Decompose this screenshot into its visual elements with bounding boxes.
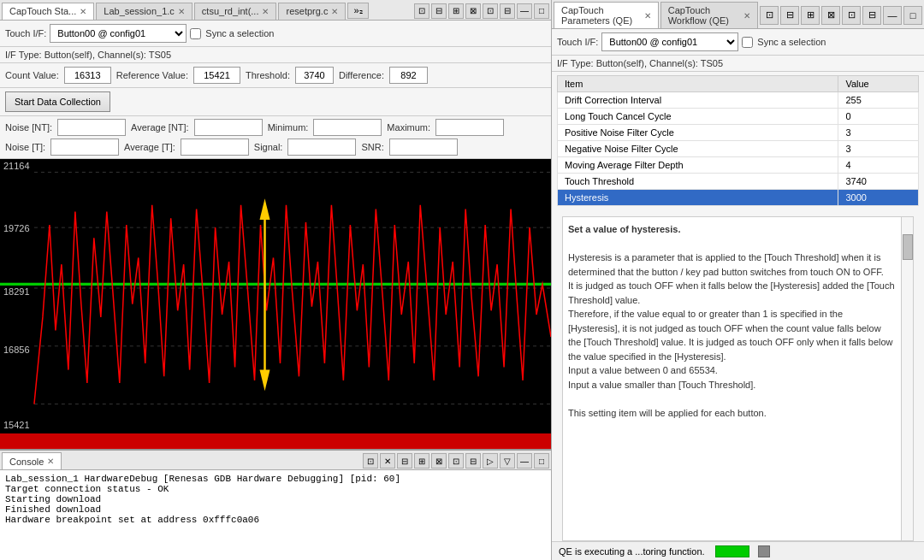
right-sync-checkbox[interactable] [742,37,753,48]
right-tab-btn4[interactable]: ⊠ [821,6,840,25]
count-label: Count Value: [5,70,59,80]
table-row[interactable]: Hysteresis3000 [558,190,919,206]
console-line-2: Starting download [5,494,546,504]
table-cell-item: Hysteresis [558,190,838,206]
left-toolbar-btn5[interactable]: ⊡ [483,3,498,19]
right-tab-btn6[interactable]: ⊟ [862,6,881,25]
col-value: Value [838,76,919,92]
avg-nt-input[interactable] [194,119,263,136]
button-row: Start Data Collection [0,88,551,116]
console-btn3[interactable]: ⊟ [397,453,412,469]
console-btn5[interactable]: ⊠ [431,453,447,469]
right-if-type-text: I/F Type: Button(self), Channel(s): TS05 [557,58,723,68]
description-wrapper: Set a value of hysteresis. Hysteresis is… [557,211,919,536]
ref-value-input[interactable] [193,67,240,84]
description-scrollbar[interactable] [901,217,913,540]
difference-value-input[interactable] [389,67,428,84]
table-row[interactable]: Moving Average Filter Depth4 [558,157,919,174]
scrollbar-thumb[interactable] [903,234,913,260]
console-minimize[interactable]: — [517,453,532,469]
avg-t-label: Average [T]: [124,142,175,152]
right-tab-btn2[interactable]: ⊟ [780,6,799,25]
noise-t-input[interactable] [50,139,119,156]
minimize-btn[interactable]: — [517,3,532,19]
noise-nt-label: Noise [NT]: [5,122,52,133]
tab-captouch-workflow[interactable]: CapTouch Workflow (QE) ✕ [660,2,758,28]
left-toolbar-btn2[interactable]: ⊟ [431,3,447,19]
console-btn4[interactable]: ⊞ [414,453,429,469]
tab-captouch-params-close[interactable]: ✕ [644,11,651,21]
console-btn8[interactable]: ▷ [483,453,498,469]
console-btn7[interactable]: ⊟ [465,453,481,469]
y-label-19726: 19726 [3,223,30,233]
right-content: Touch I/F: Button00 @ config01 Sync a se… [552,29,924,560]
table-row[interactable]: Touch Threshold3740 [558,174,919,190]
count-value-input[interactable] [64,67,111,84]
chart-red-bar [0,433,551,449]
y-label-15421: 15421 [3,420,30,430]
snr-label: SNR: [361,142,383,152]
description-area: Set a value of hysteresis. Hysteresis is… [562,216,914,541]
avg-t-input[interactable] [181,139,249,156]
noise-nt-input[interactable] [57,119,126,136]
tab-resetprg-label: resetprg.c [286,6,328,16]
table-row[interactable]: Long Touch Cancel Cycle0 [558,109,919,125]
tab-captouch-params-label: CapTouch Parameters (QE) [561,5,641,26]
maximize-btn[interactable]: □ [534,3,549,19]
max-input[interactable] [435,119,504,136]
table-cell-item: Touch Threshold [558,174,838,190]
main-container: CapTouch Sta... ✕ Lab_session_1.c ✕ ctsu… [0,0,924,560]
right-touch-if-select[interactable]: Button00 @ config01 [601,32,738,51]
params-table: Item Value Drift Correction Interval255L… [557,75,919,206]
tab-ctsu-close[interactable]: ✕ [262,7,269,16]
left-if-type-row: I/F Type: Button(self), Channel(s): TS05 [0,47,551,63]
y-label-16856: 16856 [3,345,30,355]
console-tab-close[interactable]: ✕ [47,457,54,466]
right-minimize[interactable]: — [883,6,902,25]
snr-input[interactable] [389,139,458,156]
min-input[interactable] [313,119,382,136]
svg-marker-7 [260,198,270,220]
tab-resetprg-close[interactable]: ✕ [331,7,338,16]
right-maximize[interactable]: □ [903,6,922,25]
console-tab[interactable]: Console ✕ [2,452,62,469]
params-table-section: Item Value Drift Correction Interval255L… [552,72,924,206]
left-toolbar-btn4[interactable]: ⊠ [465,3,481,19]
console-btn9[interactable]: ▽ [500,453,515,469]
tab-overflow[interactable]: »₂ [347,3,368,19]
left-toolbar-btn3[interactable]: ⊞ [448,3,464,19]
tab-captouch-workflow-close[interactable]: ✕ [743,11,750,21]
right-tab-btn3[interactable]: ⊞ [801,6,820,25]
table-row[interactable]: Positive Noise Filter Cycle3 [558,125,919,141]
tab-captouch-sta-close[interactable]: ✕ [80,7,86,16]
console-maximize[interactable]: □ [534,453,549,469]
left-toolbar-btn6[interactable]: ⊟ [500,3,515,19]
right-tab-btn5[interactable]: ⊡ [842,6,861,25]
tab-captouch-params[interactable]: CapTouch Parameters (QE) ✕ [554,2,659,28]
left-toolbar-btn1[interactable]: ⊡ [414,3,429,19]
tab-lab-session[interactable]: Lab_session_1.c ✕ [96,3,192,20]
left-tab-actions: ⊡ ⊟ ⊞ ⊠ ⊡ ⊟ — □ [414,3,549,19]
table-cell-item: Moving Average Filter Depth [558,157,838,174]
right-sync-label: Sync a selection [742,37,826,48]
right-tab-btn1[interactable]: ⊡ [760,6,779,25]
tab-lab-session-close[interactable]: ✕ [178,7,185,16]
table-row[interactable]: Drift Correction Interval255 [558,92,919,109]
table-cell-item: Negative Noise Filter Cycle [558,141,838,157]
tab-resetprg[interactable]: resetprg.c ✕ [278,3,346,20]
console-panel: Console ✕ ⊡ ✕ ⊟ ⊞ ⊠ ⊡ ⊟ ▷ ▽ — □ [0,449,551,560]
description-text: Hysteresis is a parameter that is applie… [568,252,895,418]
sync-checkbox[interactable] [190,28,201,39]
signal-input[interactable] [287,139,356,156]
tab-ctsu[interactable]: ctsu_rd_int(... ✕ [194,3,277,20]
table-row[interactable]: Negative Noise Filter Cycle3 [558,141,919,157]
console-btn6[interactable]: ⊡ [448,453,464,469]
threshold-value-input[interactable] [295,67,334,84]
touch-if-select[interactable]: Button00 @ config01 [50,24,187,43]
start-data-collection-button[interactable]: Start Data Collection [5,91,110,112]
console-btn2[interactable]: ✕ [380,453,395,469]
threshold-label: Threshold: [246,70,290,80]
console-btn1[interactable]: ⊡ [363,453,378,469]
tab-captouch-sta[interactable]: CapTouch Sta... ✕ [2,3,94,20]
right-tab-actions: ⊡ ⊟ ⊞ ⊠ ⊡ ⊟ — □ [760,6,922,25]
